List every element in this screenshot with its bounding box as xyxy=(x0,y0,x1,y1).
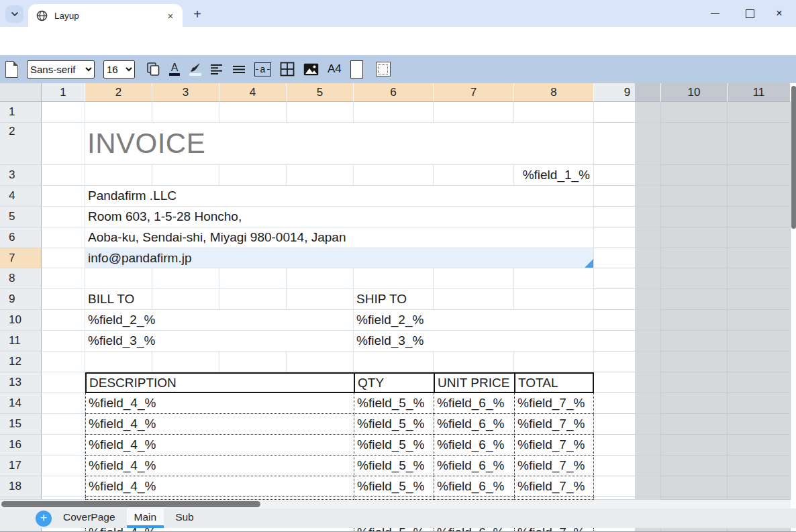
grid-cell[interactable]: Room 603, 1-5-28 Honcho, xyxy=(85,207,594,227)
grid-cell[interactable] xyxy=(728,414,791,435)
grid-cell[interactable] xyxy=(594,456,661,476)
grid-cell[interactable] xyxy=(661,289,728,310)
grid-cell[interactable] xyxy=(42,227,85,248)
grid-cell[interactable] xyxy=(42,456,85,476)
table-header-cell[interactable]: QTY xyxy=(354,372,434,393)
grid-cell[interactable] xyxy=(728,331,791,352)
table-data-cell[interactable]: %field_5_% xyxy=(354,435,434,456)
grid-cell[interactable] xyxy=(219,289,287,310)
table-data-cell[interactable]: %field_6_% xyxy=(434,393,514,414)
grid-cell[interactable] xyxy=(661,528,728,532)
new-tab-button[interactable]: + xyxy=(189,6,205,22)
table-data-cell[interactable]: %field_6_% xyxy=(434,414,514,435)
paper-size-label[interactable]: A4 xyxy=(328,59,342,79)
browser-tab[interactable]: Layup × xyxy=(28,4,183,27)
align-button[interactable] xyxy=(210,59,223,79)
window-minimize-button[interactable] xyxy=(706,7,724,20)
grid-cell[interactable] xyxy=(42,414,85,435)
grid-cell[interactable] xyxy=(728,310,791,331)
grid-cell[interactable] xyxy=(661,186,728,207)
grid-cell[interactable] xyxy=(661,456,728,476)
grid-cell[interactable] xyxy=(85,165,152,186)
grid-cell[interactable] xyxy=(42,352,85,372)
horizontal-scrollbar-thumb[interactable] xyxy=(1,501,260,507)
grid-cell[interactable] xyxy=(661,393,728,414)
grid-cell[interactable] xyxy=(594,528,661,532)
grid-cell[interactable] xyxy=(42,102,85,123)
tab-search-button[interactable] xyxy=(5,5,23,23)
grid-cell[interactable] xyxy=(152,102,219,123)
row-header[interactable]: 12 xyxy=(0,352,42,372)
grid-cell[interactable] xyxy=(661,372,728,393)
row-header[interactable]: 11 xyxy=(0,331,42,352)
grid-cell[interactable]: Aoba-ku, Sendai-shi, Miyagi 980-0014, Ja… xyxy=(85,227,594,248)
row-header[interactable]: 13 xyxy=(0,372,42,393)
column-header[interactable]: 3 xyxy=(152,83,219,102)
table-data-cell[interactable]: %field_7_% xyxy=(514,435,594,456)
grid-cell[interactable] xyxy=(287,165,354,186)
grid-cell[interactable] xyxy=(728,227,791,248)
font-size-select[interactable]: 16 xyxy=(103,60,135,78)
grid-cell[interactable] xyxy=(594,414,661,435)
grid-cell[interactable] xyxy=(219,165,287,186)
grid-cell[interactable] xyxy=(661,123,728,165)
table-data-cell[interactable]: %field_6_% xyxy=(434,456,514,476)
grid-cell[interactable] xyxy=(661,414,728,435)
font-family-select[interactable]: Sans-serif xyxy=(27,60,95,78)
column-header[interactable]: 6 xyxy=(354,83,434,102)
grid-cell[interactable] xyxy=(219,268,287,289)
table-data-cell[interactable]: %field_5_% xyxy=(354,476,434,497)
grid-cell[interactable] xyxy=(514,352,594,372)
grid-cell[interactable] xyxy=(661,165,728,186)
grid-cell[interactable] xyxy=(728,456,791,476)
grid-cell[interactable] xyxy=(728,476,791,497)
table-data-cell[interactable]: %field_7_% xyxy=(514,393,594,414)
grid-cell[interactable] xyxy=(728,102,791,123)
column-header[interactable]: 10 xyxy=(661,83,728,102)
grid-cell[interactable] xyxy=(42,186,85,207)
borders-button[interactable] xyxy=(280,59,295,79)
row-header[interactable]: 16 xyxy=(0,435,42,456)
grid-cell[interactable] xyxy=(287,102,354,123)
grid-cell[interactable] xyxy=(514,268,594,289)
grid-cell[interactable] xyxy=(661,227,728,248)
grid-cell[interactable] xyxy=(594,393,661,414)
grid-cell[interactable] xyxy=(434,289,514,310)
window-maximize-button[interactable] xyxy=(741,7,758,20)
grid-cell[interactable] xyxy=(42,268,85,289)
grid-cell[interactable] xyxy=(728,289,791,310)
grid-corner-cell[interactable] xyxy=(0,83,42,102)
row-header[interactable]: 14 xyxy=(0,393,42,414)
table-data-cell[interactable]: %field_4_% xyxy=(85,456,354,476)
row-header[interactable]: 15 xyxy=(0,414,42,435)
grid-cell[interactable] xyxy=(434,352,514,372)
grid-cell[interactable] xyxy=(152,289,219,310)
row-header[interactable]: 1 xyxy=(0,102,42,123)
row-header[interactable]: 8 xyxy=(0,268,42,289)
column-header[interactable]: 5 xyxy=(287,83,354,102)
grid-cell[interactable] xyxy=(287,268,354,289)
grid-cell[interactable] xyxy=(42,476,85,497)
grid-cell[interactable] xyxy=(42,331,85,352)
table-header-cell[interactable]: UNIT PRICE xyxy=(434,372,514,393)
grid-cell[interactable] xyxy=(152,165,219,186)
column-header[interactable]: 2 xyxy=(85,83,152,102)
grid-cell[interactable] xyxy=(42,165,85,186)
grid-cell[interactable]: BILL TO xyxy=(85,289,152,310)
grid-cell[interactable] xyxy=(354,165,434,186)
grid-cell[interactable] xyxy=(594,331,661,352)
column-header[interactable]: 7 xyxy=(434,83,514,102)
grid-cell[interactable]: SHIP TO xyxy=(354,289,434,310)
grid-cell[interactable] xyxy=(661,435,728,456)
column-header[interactable]: 1 xyxy=(42,83,85,102)
row-header[interactable]: 18 xyxy=(0,476,42,497)
grid-cell[interactable] xyxy=(594,102,661,123)
table-header-cell[interactable]: DESCRIPTION xyxy=(85,372,354,393)
grid-cell[interactable] xyxy=(152,352,219,372)
grid-cell[interactable] xyxy=(354,102,434,123)
grid-cell[interactable] xyxy=(152,268,219,289)
grid-cell[interactable] xyxy=(42,372,85,393)
grid-cell[interactable] xyxy=(85,102,152,123)
grid-cell[interactable] xyxy=(287,289,354,310)
grid-cell[interactable] xyxy=(661,331,728,352)
